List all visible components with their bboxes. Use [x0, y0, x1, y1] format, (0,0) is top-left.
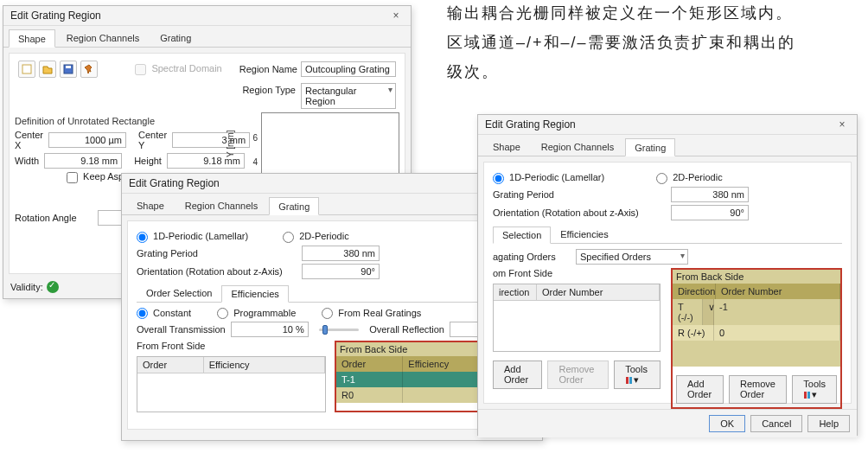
y-axis-label: Y [mm] — [226, 131, 235, 157]
centery-label: Center Y — [138, 130, 167, 150]
tab-region-channels[interactable]: Region Channels — [176, 196, 267, 214]
close-icon[interactable]: × — [388, 10, 404, 22]
remove-order-button: Remove Order — [547, 360, 609, 389]
chevron-down-icon[interactable]: ∨ — [703, 299, 714, 325]
width-input[interactable]: 9.18 mm — [44, 153, 122, 169]
col-eff: Efficiency — [204, 357, 325, 373]
overall-trans-label: Overall Transmission — [137, 324, 226, 335]
page-text-line: 区域通道–/+和–/–需要激活负责扩束和耦出的 — [447, 28, 860, 57]
centery-input[interactable]: 3 mm — [172, 132, 250, 148]
svg-rect-0 — [22, 65, 31, 73]
inner-tab-order[interactable]: Order Selection — [137, 284, 221, 302]
mode-2d-radio[interactable]: 2D-Periodic — [283, 231, 349, 243]
orient-input[interactable]: 90° — [302, 264, 380, 279]
mode-1d-radio[interactable]: 1D-Periodic (Lamellar) — [493, 172, 604, 184]
close-icon[interactable]: × — [834, 118, 850, 131]
pin-icon[interactable] — [80, 61, 98, 78]
region-name-input[interactable]: Outcoupling Grating — [301, 61, 396, 77]
tab-region-channels[interactable]: Region Channels — [57, 29, 149, 47]
cancel-button[interactable]: Cancel — [750, 415, 802, 432]
col-ordernum: Order Number — [537, 284, 660, 300]
eff-constant-radio[interactable]: Constant — [137, 308, 191, 320]
inner-tab-selection[interactable]: Selection — [493, 226, 551, 244]
mode-1d-radio[interactable]: 1D-Periodic (Lamellar) — [137, 231, 248, 243]
titlebar: Edit Grating Region × — [3, 6, 411, 26]
overall-trans-input[interactable]: 10 % — [231, 322, 309, 337]
svg-rect-6 — [807, 392, 810, 399]
front-side-label: From Front Side — [137, 341, 326, 351]
tab-grating[interactable]: Grating — [625, 138, 675, 156]
inner-tab-eff[interactable]: Efficiencies — [551, 226, 617, 243]
propagating-select[interactable]: Specified Orders — [576, 249, 688, 265]
orient-label: Orientation (Rotation about z-Axis) — [493, 207, 666, 218]
tab-shape[interactable]: Shape — [9, 29, 55, 48]
open-icon[interactable] — [39, 61, 56, 78]
period-label: Grating Period — [493, 189, 666, 200]
inner-tab-eff[interactable]: Efficiencies — [221, 285, 288, 303]
period-input[interactable]: 380 nm — [302, 246, 380, 261]
cell-num[interactable]: -1 — [714, 299, 840, 325]
tools-button[interactable]: Tools ▾ — [614, 360, 661, 389]
cell-dir[interactable]: T (-/-) — [673, 299, 703, 325]
svg-rect-3 — [626, 377, 629, 384]
col-ordernum: Order Number — [716, 284, 840, 299]
period-label: Grating Period — [137, 248, 297, 258]
rotation-label: Rotation Angle — [15, 213, 93, 223]
new-icon[interactable] — [18, 61, 35, 78]
propagating-label: agating Orders — [493, 252, 571, 262]
spectral-domain-checkbox: Spectral Domain — [135, 63, 221, 75]
col-direction: irection — [494, 284, 537, 300]
col-order: Order — [137, 357, 204, 373]
orient-label: Orientation (Rotation about z-Axis) — [137, 266, 297, 277]
save-icon[interactable] — [60, 61, 77, 78]
cell-order[interactable]: R0 — [336, 387, 403, 403]
cell-order[interactable]: T-1 — [336, 372, 403, 387]
remove-order-button[interactable]: Remove Order — [729, 375, 787, 404]
window-grating-order: Edit Grating Region × Shape Region Chann… — [477, 114, 858, 436]
tab-shape[interactable]: Shape — [483, 137, 530, 156]
front-side-label: om Front Side — [493, 268, 661, 278]
svg-rect-5 — [804, 392, 807, 399]
period-input[interactable]: 380 nm — [671, 187, 749, 202]
efficiency-slider[interactable] — [319, 329, 359, 331]
col-direction: Direction — [673, 284, 716, 299]
tab-region-channels[interactable]: Region Channels — [532, 137, 623, 156]
ok-button[interactable]: OK — [709, 415, 745, 432]
tab-shape[interactable]: Shape — [127, 196, 174, 214]
overall-refl-label: Overall Reflection — [369, 324, 444, 335]
tab-grating[interactable]: Grating — [269, 197, 319, 215]
page-text-line: 输出耦合光栅同样被定义在一个矩形区域内。 — [447, 0, 860, 28]
cell-dir[interactable]: R (-/+) — [673, 325, 714, 341]
definition-label: Definition of Unrotated Rectangle — [15, 116, 231, 126]
region-type-label: Region Type — [242, 83, 296, 109]
tick: 6 — [252, 133, 258, 143]
centerx-input[interactable]: 1000 µm — [48, 132, 126, 148]
tools-button[interactable]: Tools ▾ — [792, 375, 837, 404]
mode-2d-radio[interactable]: 2D-Periodic — [656, 172, 723, 184]
validity-label: Validity: — [10, 282, 43, 292]
check-icon — [47, 281, 59, 293]
svg-rect-2 — [66, 66, 71, 68]
page-text-line: 级次。 — [447, 57, 860, 86]
col-order: Order — [336, 356, 403, 372]
add-order-button[interactable]: Add Order — [493, 360, 542, 389]
window-title: Edit Grating Region — [129, 177, 520, 189]
help-button[interactable]: Help — [807, 415, 850, 432]
width-label: Width — [15, 156, 39, 166]
eff-prog-radio[interactable]: Programmable — [217, 308, 296, 320]
height-label: Height — [134, 156, 162, 166]
window-title: Edit Grating Region — [10, 10, 388, 22]
tick: 4 — [252, 157, 258, 167]
svg-rect-4 — [629, 377, 632, 384]
region-name-label: Region Name — [239, 62, 297, 76]
region-type-select[interactable]: Rectangular Region — [301, 83, 396, 109]
eff-real-radio[interactable]: From Real Gratings — [322, 308, 421, 320]
orient-input[interactable]: 90° — [671, 205, 749, 220]
add-order-button[interactable]: Add Order — [676, 375, 724, 404]
back-side-label: From Back Side — [673, 270, 840, 284]
cell-num[interactable]: 0 — [714, 325, 840, 341]
tab-grating[interactable]: Grating — [150, 29, 201, 47]
tabstrip: Shape Region Channels Grating — [3, 26, 411, 48]
centerx-label: Center X — [15, 130, 43, 150]
window-title: Edit Grating Region — [485, 118, 834, 131]
